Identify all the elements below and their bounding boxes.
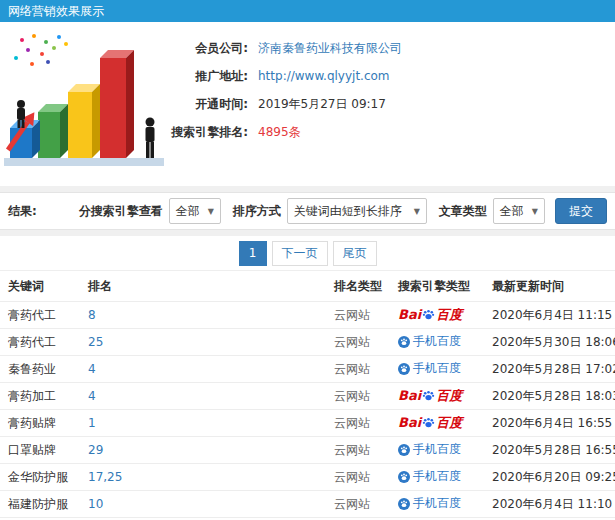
col-header-rank: 排名	[84, 278, 330, 295]
mobile-baidu-label: 手机百度	[413, 360, 461, 377]
keyword-cell: 福建防护服	[0, 496, 84, 513]
rank-link[interactable]: 17,25	[88, 470, 122, 484]
mobile-baidu-badge: 手机百度	[398, 495, 461, 512]
chevron-down-icon: ▼	[414, 207, 420, 216]
table-row: 福建防护服 10 云网站 手机百度 2020年6月4日 11:10	[0, 491, 615, 518]
keyword-cell: 膏药代工	[0, 334, 84, 351]
rank-cell: 25	[84, 335, 330, 349]
engine-cell: Bai百度	[394, 389, 488, 403]
rank-cell: 1	[84, 416, 330, 430]
page-title-bar: 网络营销效果展示	[0, 0, 615, 22]
chevron-down-icon: ▼	[532, 207, 538, 216]
rank-cell: 4	[84, 362, 330, 376]
pagination: 1 下一页 尾页	[0, 236, 615, 270]
keyword-cell: 膏药贴牌	[0, 415, 84, 432]
open-time-value: 2019年5月27日 09:17	[258, 96, 386, 113]
page-title: 网络营销效果展示	[8, 4, 104, 18]
col-header-updated: 最新更新时间	[488, 278, 615, 295]
rank-cell: 17,25	[84, 470, 330, 484]
keyword-cell: 秦鲁药业	[0, 361, 84, 378]
rank-link[interactable]: 25	[88, 335, 103, 349]
baidu-logo-du: 百度	[436, 308, 462, 321]
next-page-button[interactable]: 下一页	[272, 241, 328, 266]
company-link[interactable]: 济南秦鲁药业科技有限公司	[258, 40, 402, 57]
rank-cell: 29	[84, 443, 330, 457]
table-row: 金华防护服 17,25 云网站 手机百度 2020年6月20日 09:25	[0, 464, 615, 491]
rank-type-cell: 云网站	[330, 361, 394, 378]
rank-type-cell: 云网站	[330, 307, 394, 324]
baidu-paw-icon	[422, 389, 435, 402]
member-info-fields: 会员公司: 济南秦鲁药业科技有限公司 推广地址: http://www.qlyy…	[152, 34, 402, 146]
mobile-baidu-badge: 手机百度	[398, 333, 461, 350]
results-toolbar: 结果: 分搜索引擎查看 全部 ▼ 排序方式 关键词由短到长排序 ▼ 文章类型 全…	[0, 192, 615, 230]
engine-cell: 手机百度	[394, 468, 488, 486]
rank-link[interactable]: 1	[88, 416, 96, 430]
member-info-panel: 会员公司: 济南秦鲁药业科技有限公司 推广地址: http://www.qlyy…	[0, 22, 615, 186]
mobile-baidu-icon	[398, 471, 410, 483]
mobile-baidu-label: 手机百度	[413, 441, 461, 458]
rank-cell: 4	[84, 389, 330, 403]
sort-filter-value: 关键词由短到长排序	[294, 203, 402, 220]
rank-link[interactable]: 29	[88, 443, 103, 457]
open-time-row: 开通时间: 2019年5月27日 09:17	[152, 90, 402, 118]
updated-cell: 2020年6月20日 09:25	[488, 469, 615, 486]
table-row: 膏药贴牌 1 云网站 Bai百度 2020年6月4日 16:55	[0, 410, 615, 437]
rank-type-cell: 云网站	[330, 496, 394, 513]
engine-filter-select[interactable]: 全部 ▼	[169, 198, 221, 224]
keyword-cell: 口罩贴牌	[0, 442, 84, 459]
engine-cell: Bai百度	[394, 416, 488, 430]
mobile-baidu-label: 手机百度	[413, 468, 461, 485]
last-page-button[interactable]: 尾页	[333, 241, 377, 266]
table-header-row: 关键词 排名 排名类型 搜索引擎类型 最新更新时间	[0, 271, 615, 302]
baidu-logo-bai: Bai	[398, 389, 421, 402]
col-header-rank-type: 排名类型	[330, 278, 394, 295]
rank-type-cell: 云网站	[330, 334, 394, 351]
sort-filter-select[interactable]: 关键词由短到长排序 ▼	[287, 198, 427, 224]
mobile-baidu-icon	[398, 336, 410, 348]
mobile-baidu-label: 手机百度	[413, 495, 461, 512]
submit-button[interactable]: 提交	[555, 198, 607, 224]
updated-cell: 2020年6月4日 11:15	[488, 307, 615, 324]
rank-link[interactable]: 8	[88, 308, 96, 322]
updated-cell: 2020年6月4日 16:55	[488, 415, 615, 432]
engine-rank-row: 搜索引擎排名: 4895条	[152, 118, 402, 146]
results-section-label: 结果:	[8, 203, 37, 220]
baidu-logo-bai: Bai	[398, 308, 421, 321]
engine-rank-label: 搜索引擎排名:	[152, 124, 248, 141]
page-button-1[interactable]: 1	[239, 241, 267, 266]
promo-url-link[interactable]: http://www.qlyyjt.com	[258, 69, 390, 83]
table-row: 膏药代工 8 云网站 Bai百度 2020年6月4日 11:15	[0, 302, 615, 329]
confetti-decoration	[14, 34, 68, 66]
col-header-keyword: 关键词	[0, 278, 84, 295]
promo-url-label: 推广地址:	[152, 68, 248, 85]
baidu-logo: Bai百度	[398, 416, 462, 429]
keyword-cell: 膏药加工	[0, 388, 84, 405]
results-panel: 1 下一页 尾页 关键词 排名 排名类型 搜索引擎类型 最新更新时间 膏药代工 …	[0, 236, 615, 520]
keyword-ranking-table: 关键词 排名 排名类型 搜索引擎类型 最新更新时间 膏药代工 8 云网站 Bai…	[0, 270, 615, 520]
open-time-label: 开通时间:	[152, 96, 248, 113]
keyword-cell: 膏药代工	[0, 307, 84, 324]
mobile-baidu-icon	[398, 498, 410, 510]
updated-cell: 2020年6月4日 11:10	[488, 496, 615, 513]
engine-cell: Bai百度	[394, 308, 488, 322]
promo-url-row: 推广地址: http://www.qlyyjt.com	[152, 62, 402, 90]
baidu-logo-du: 百度	[436, 416, 462, 429]
filter-group: 分搜索引擎查看 全部 ▼ 排序方式 关键词由短到长排序 ▼ 文章类型 全部 ▼ …	[73, 198, 607, 224]
table-row: 口罩贴牌 29 云网站 手机百度 2020年5月28日 16:55	[0, 437, 615, 464]
rank-link[interactable]: 4	[88, 389, 96, 403]
engine-cell: 手机百度	[394, 495, 488, 513]
keyword-cell: 金华防护服	[0, 469, 84, 486]
company-label: 会员公司:	[152, 40, 248, 57]
baidu-paw-icon	[422, 416, 435, 429]
updated-cell: 2020年5月30日 18:06	[488, 334, 615, 351]
engine-rank-count: 4895条	[258, 124, 301, 141]
rank-cell: 10	[84, 497, 330, 511]
engine-cell: 手机百度	[394, 441, 488, 459]
rank-link[interactable]: 10	[88, 497, 103, 511]
article-type-label: 文章类型	[439, 203, 487, 220]
rank-type-cell: 云网站	[330, 388, 394, 405]
rank-type-cell: 云网站	[330, 469, 394, 486]
marketing-chart-image	[4, 30, 172, 178]
rank-link[interactable]: 4	[88, 362, 96, 376]
article-type-select[interactable]: 全部 ▼	[493, 198, 545, 224]
